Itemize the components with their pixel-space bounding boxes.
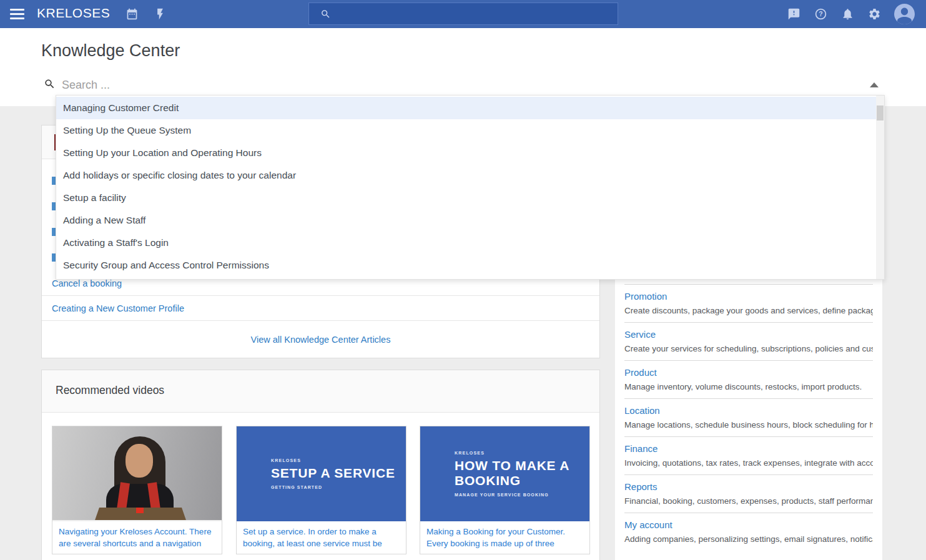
videos-card-title: Recommended videos [56,384,164,397]
category-item-my-account[interactable]: My account Adding companies, personalizi… [624,513,873,551]
category-description: Create your services for scheduling, sub… [624,344,873,353]
notifications-icon[interactable] [841,7,854,21]
suggestion-item[interactable]: Add holidays or specific closing dates t… [56,164,884,187]
suggestion-item[interactable]: Activating a Staff's Login [56,232,884,254]
svg-text:?: ? [819,10,822,17]
category-title[interactable]: Finance [624,443,873,454]
search-suggestions-dropdown: Managing Customer Credit Setting Up the … [56,95,885,280]
category-title[interactable]: My account [624,519,873,530]
search-icon [44,78,56,90]
category-description: Adding companies, personalizing settings… [624,534,873,544]
settings-icon[interactable] [868,7,881,21]
collapse-arrow-icon[interactable] [870,82,879,87]
slide-brand: KRELOSES [455,451,579,455]
page-title: Knowledge Center [41,41,180,61]
search-icon [320,9,331,19]
feedback-icon[interactable] [787,7,800,21]
brand-logo[interactable]: KRELOSES [37,6,110,21]
kc-search-row [41,76,885,97]
slide-brand: KRELOSES [271,458,395,463]
video-card-setup-service[interactable]: KRELOSES SETUP A SERVICE GETTING STARTED… [236,426,406,554]
category-title[interactable]: Promotion [624,291,873,302]
article-link-new-customer-profile[interactable]: Creating a New Customer Profile [52,296,184,321]
app-window: KRELOSES ? Knowledge Center [0,0,926,560]
video-thumbnail-photo[interactable] [52,426,222,521]
category-title[interactable]: Location [624,405,873,416]
category-description: Financial, booking, customers, expenses,… [624,496,873,506]
calendar-icon[interactable] [126,7,139,21]
view-all-row: View all Knowledge Center Articles [42,321,599,358]
slide-subtitle: MANAGE YOUR SERVICE BOOKING [455,493,579,497]
category-item-reports[interactable]: Reports Financial, booking, customers, e… [624,474,873,513]
category-title[interactable]: Reports [624,481,873,492]
help-icon[interactable]: ? [814,7,827,21]
menu-icon[interactable] [10,9,24,19]
category-title[interactable]: Service [624,329,873,340]
category-title[interactable]: Product [624,367,873,378]
slide-title: HOW TO MAKE A BOOKING [455,458,579,487]
account-avatar[interactable] [894,4,915,24]
categories-list: Promotion Create discounts, package your… [624,284,873,551]
suggestion-item[interactable]: Managing Customer Credit [56,97,884,119]
dropdown-scrollbar[interactable] [876,96,884,279]
slide-title: SETUP A SERVICE [271,466,395,480]
suggestion-item[interactable]: Setting Up your Location and Operating H… [56,142,884,164]
category-description: Create discounts, package your goods and… [624,306,873,315]
suggestion-item[interactable]: Security Group and Access Control Permis… [56,254,884,277]
recommended-videos-card: Recommended videos Navigating your Krelo… [41,370,600,560]
kc-search-input[interactable] [62,76,861,94]
video-caption[interactable]: Navigating your Kreloses Account. There … [52,521,222,555]
category-description: Manage inventory, volume discounts, rest… [624,382,873,391]
slide-subtitle: GETTING STARTED [271,485,395,489]
video-thumbnail-slide[interactable]: KRELOSES SETUP A SERVICE GETTING STARTED [237,426,406,521]
video-card-make-booking[interactable]: KRELOSES HOW TO MAKE A BOOKING MANAGE YO… [420,426,590,554]
category-item-location[interactable]: Location Manage locations, schedule busi… [624,398,873,436]
article-row: Creating a New Customer Profile [42,296,599,321]
video-caption[interactable]: Making a Booking for your Customer. Ever… [420,521,589,555]
dropdown-scrollbar-thumb[interactable] [877,106,884,120]
category-item-service[interactable]: Service Create your services for schedul… [624,322,873,360]
category-item-finance[interactable]: Finance Invoicing, quotations, tax rates… [624,436,873,474]
video-thumbnail-slide[interactable]: KRELOSES HOW TO MAKE A BOOKING MANAGE YO… [420,426,589,521]
app-bar: KRELOSES ? [0,0,926,28]
suggestion-item[interactable]: Adding a New Staff [56,209,884,232]
category-item-promotion[interactable]: Promotion Create discounts, package your… [624,284,873,322]
quick-actions-icon[interactable] [154,7,167,21]
video-card-navigating-account[interactable]: Navigating your Kreloses Account. There … [52,426,222,554]
suggestion-item[interactable]: Setup a facility [56,187,884,209]
category-description: Invoicing, quotations, tax rates, track … [624,458,873,468]
category-item-product[interactable]: Product Manage inventory, volume discoun… [624,360,873,398]
global-search-input[interactable] [308,2,618,25]
view-all-articles-link[interactable]: View all Knowledge Center Articles [251,335,391,345]
videos-card-header: Recommended videos [42,370,599,413]
video-caption[interactable]: Set up a service. In order to make a boo… [237,521,406,555]
category-description: Manage locations, schedule business hour… [624,420,873,430]
suggestion-item[interactable]: Setting Up the Queue System [56,119,884,142]
